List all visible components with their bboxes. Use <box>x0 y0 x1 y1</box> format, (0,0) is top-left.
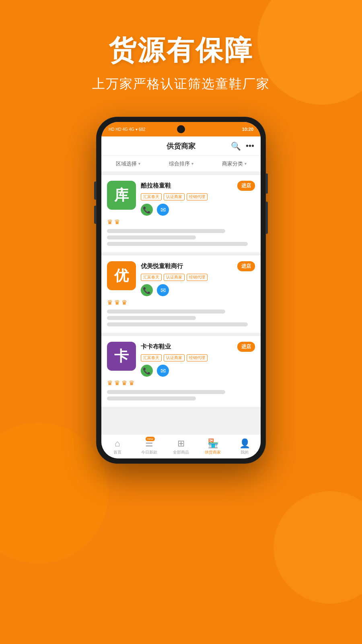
crown-2: ♛ <box>114 218 120 226</box>
msg-icon-3[interactable]: ✉ <box>157 365 169 377</box>
contact-row-2: 📞 ✉ <box>141 284 255 296</box>
main-title: 货源有保障 <box>0 32 362 69</box>
merchant-top-2: 优 优美悦童鞋商行 进店 汇富春天 认证商家 经销代理 <box>107 261 255 296</box>
merchant-name-row-3: 卡卡布鞋业 进店 <box>141 342 255 352</box>
merchant-top-3: 卡 卡卡布鞋业 进店 汇富春天 认证商家 经销代理 <box>107 342 255 377</box>
crowns-row-3: ♛ ♛ ♛ ♛ <box>107 379 255 387</box>
crown-3a: ♛ <box>107 379 113 387</box>
filter-region[interactable]: 区域选择 ▾ <box>116 160 140 167</box>
enter-btn-1[interactable]: 进店 <box>237 181 255 191</box>
merchant-info-2: 优美悦童鞋商行 进店 汇富春天 认证商家 经销代理 📞 ✉ <box>141 261 255 296</box>
filter-category-arrow: ▾ <box>245 161 247 166</box>
contact-row-3: 📞 ✉ <box>141 365 255 377</box>
content-area: 库 酷拉格童鞋 进店 汇富春天 认证商家 经销代理 <box>101 172 261 434</box>
nav-bar: 供货商家 🔍 ••• <box>101 136 261 156</box>
vol-up-button <box>94 182 97 200</box>
phone-icon-1[interactable]: 📞 <box>141 204 153 216</box>
blurred-row-1c <box>107 242 248 246</box>
crowns-row-2: ♛ ♛ ♛ <box>107 299 255 306</box>
status-left: HD HD 4G 4G ▾ 682 <box>109 127 145 132</box>
tab-new-badge: new <box>146 437 155 441</box>
blurred-row-2a <box>107 310 225 314</box>
tag-agent-3: 经销代理 <box>187 354 208 361</box>
status-bar: HD HD 4G 4G ▾ 682 10:20 <box>101 122 261 136</box>
tags-row-3: 汇富春天 认证商家 经销代理 <box>141 354 255 361</box>
filter-sort-arrow: ▾ <box>191 161 193 166</box>
phone-screen: HD HD 4G 4G ▾ 682 10:20 供货商家 🔍 ••• 区域选择 … <box>101 122 261 458</box>
merchant-logo-3: 卡 <box>107 342 136 371</box>
tab-new[interactable]: ☰ new 今日新款 <box>133 438 165 455</box>
tab-mine[interactable]: 👤 我的 <box>229 438 261 455</box>
tag-agent-2: 经销代理 <box>187 274 208 281</box>
blurred-rows-2 <box>107 310 255 326</box>
crown-2c: ♛ <box>121 299 127 306</box>
phone-icon-2[interactable]: 📞 <box>141 284 153 296</box>
status-signal: HD HD 4G 4G <box>109 127 134 132</box>
tag-huifuchuntian-3: 汇富春天 <box>141 354 162 361</box>
merchant-info-1: 酷拉格童鞋 进店 汇富春天 认证商家 经销代理 📞 ✉ <box>141 181 255 216</box>
more-icon[interactable]: ••• <box>246 141 254 151</box>
crown-3c: ♛ <box>121 379 127 387</box>
tags-row-1: 汇富春天 认证商家 经销代理 <box>141 193 255 200</box>
contact-row-1: 📞 ✉ <box>141 204 255 216</box>
tab-all-products[interactable]: ⊞ 全部商品 <box>165 438 197 455</box>
merchant-logo-2: 优 <box>107 261 136 290</box>
tab-all-icon: ⊞ <box>177 438 185 449</box>
status-wifi: ▾ 682 <box>136 127 145 132</box>
tab-home-label: 首页 <box>113 450 121 455</box>
status-time: 10:20 <box>242 127 253 132</box>
crowns-row-1: ♛ ♛ <box>107 218 255 226</box>
merchant-card-1: 库 酷拉格童鞋 进店 汇富春天 认证商家 经销代理 <box>101 175 261 252</box>
blurred-row-2c <box>107 322 248 326</box>
tab-home[interactable]: ⌂ 首页 <box>101 438 133 455</box>
enter-btn-2[interactable]: 进店 <box>237 261 255 271</box>
msg-icon-2[interactable]: ✉ <box>157 284 169 296</box>
sub-title: 上万家严格认证筛选童鞋厂家 <box>0 75 362 93</box>
filter-category-label: 商家分类 <box>222 160 243 167</box>
bg-blob-bottom-right <box>274 491 362 604</box>
blurred-row-2b <box>107 316 196 320</box>
filter-sort-label: 综合排序 <box>169 160 190 167</box>
blurred-rows-1 <box>107 229 255 246</box>
tab-home-icon: ⌂ <box>115 438 120 449</box>
tag-certified-3: 认证商家 <box>164 354 185 361</box>
tab-all-label: 全部商品 <box>173 450 189 455</box>
tab-new-icon-wrap: ☰ new <box>145 438 153 449</box>
crown-3d: ♛ <box>129 379 134 387</box>
blurred-row-1b <box>107 235 196 239</box>
tab-mine-icon: 👤 <box>239 438 250 449</box>
search-icon[interactable]: 🔍 <box>231 141 241 151</box>
volume-button <box>265 202 268 234</box>
crown-2a: ♛ <box>107 299 113 306</box>
blurred-row-1a <box>107 229 225 233</box>
camera-notch <box>177 125 185 133</box>
tab-supplier-icon: 🏪 <box>208 438 218 449</box>
blurred-row-3a <box>107 390 225 394</box>
tab-supplier-label: 供货商家 <box>205 450 221 455</box>
filter-category[interactable]: 商家分类 ▾ <box>222 160 247 167</box>
tab-supplier[interactable]: 🏪 供货商家 <box>197 438 229 455</box>
merchant-name-1: 酷拉格童鞋 <box>141 182 171 190</box>
tag-certified-1: 认证商家 <box>164 193 185 200</box>
merchant-name-row-2: 优美悦童鞋商行 进店 <box>141 261 255 271</box>
phone-icon-3[interactable]: 📞 <box>141 365 153 377</box>
filter-region-label: 区域选择 <box>116 160 137 167</box>
blurred-rows-3 <box>107 390 255 400</box>
merchant-name-row-1: 酷拉格童鞋 进店 <box>141 181 255 191</box>
filter-sort[interactable]: 综合排序 ▾ <box>169 160 193 167</box>
merchant-card-3: 卡 卡卡布鞋业 进店 汇富春天 认证商家 经销代理 <box>101 336 261 407</box>
enter-btn-3[interactable]: 进店 <box>237 342 255 352</box>
tab-mine-label: 我的 <box>241 450 249 455</box>
bottom-tab-bar: ⌂ 首页 ☰ new 今日新款 ⊞ 全部商品 🏪 供货商家 <box>101 434 261 458</box>
vol-down-button <box>94 206 97 224</box>
filter-region-arrow: ▾ <box>138 161 140 166</box>
tab-new-label: 今日新款 <box>141 450 157 455</box>
merchant-top-1: 库 酷拉格童鞋 进店 汇富春天 认证商家 经销代理 <box>107 181 255 216</box>
tag-huifuchuntian-2: 汇富春天 <box>141 274 162 281</box>
phone-mockup-wrapper: HD HD 4G 4G ▾ 682 10:20 供货商家 🔍 ••• 区域选择 … <box>0 117 362 463</box>
merchant-name-2: 优美悦童鞋商行 <box>141 262 183 270</box>
msg-icon-1[interactable]: ✉ <box>157 204 169 216</box>
merchant-card-2: 优 优美悦童鞋商行 进店 汇富春天 认证商家 经销代理 <box>101 256 261 333</box>
filter-bar: 区域选择 ▾ 综合排序 ▾ 商家分类 ▾ <box>101 156 261 172</box>
nav-title: 供货商家 <box>167 141 195 151</box>
